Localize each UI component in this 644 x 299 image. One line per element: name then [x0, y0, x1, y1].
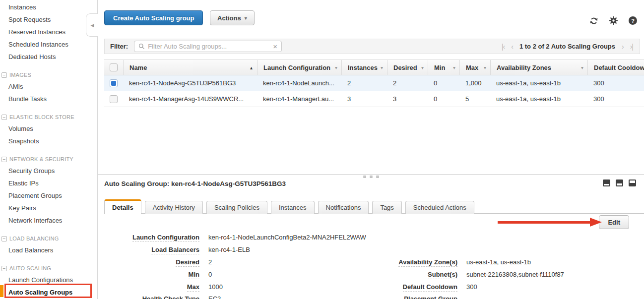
column-menu-icon[interactable]: [421, 65, 424, 70]
field-value: ken-rc4-1-ELB: [208, 246, 250, 253]
sidebar-item-key-pairs[interactable]: Key Pairs: [0, 202, 97, 214]
tab-tags[interactable]: Tags: [372, 201, 401, 214]
field-placement-group: Placement Group: [358, 295, 466, 299]
sidebar-item-snapshots[interactable]: Snapshots: [0, 135, 97, 147]
sidebar-item-spot-requests[interactable]: Spot Requests: [0, 13, 97, 26]
filter-label: Filter:: [110, 43, 128, 50]
sidebar-item-elastic-ips[interactable]: Elastic IPs: [0, 177, 97, 189]
cell-instances: 3: [341, 95, 387, 103]
column-label: Name: [129, 64, 147, 71]
sidebar-item-network-interfaces[interactable]: Network Interfaces: [0, 214, 97, 227]
previous-page-button[interactable]: [511, 43, 513, 51]
field-health-check-type: Health Check Type EC2: [104, 295, 221, 299]
column-header-availability-zones[interactable]: Availability Zones: [490, 60, 587, 75]
select-all-checkbox-cell: [104, 60, 123, 75]
sidebar-item-placement-groups[interactable]: Placement Groups: [0, 189, 97, 202]
table-header-row: Name Launch Configuration Instances Desi…: [104, 60, 644, 75]
pane-layout-full-icon[interactable]: [629, 179, 636, 186]
sidebar-section-network-security[interactable]: NETWORK & SECURITY: [0, 154, 97, 165]
field-value: ken-rc4-1-NodeLaunchConfigBeta2-MNA2HFEL…: [208, 234, 366, 241]
tab-notifications[interactable]: Notifications: [318, 201, 369, 214]
column-header-max[interactable]: Max: [459, 60, 490, 75]
sidebar-item-dedicated-hosts[interactable]: Dedicated Hosts: [0, 51, 97, 63]
tab-scaling-policies[interactable]: Scaling Policies: [206, 201, 267, 214]
column-label: Default Cooldown: [594, 64, 644, 71]
sidebar-item-security-groups[interactable]: Security Groups: [0, 165, 97, 177]
refresh-icon[interactable]: [589, 16, 598, 25]
pane-layout-half-icon[interactable]: [616, 179, 623, 186]
cell-availability-zones: us-east-1a, us-east-1b: [490, 79, 587, 87]
row-checkbox-unchecked[interactable]: [110, 95, 118, 103]
sidebar-section-load-balancing[interactable]: LOAD BALANCING: [0, 233, 97, 244]
sidebar-item-bundle-tasks[interactable]: Bundle Tasks: [0, 93, 97, 105]
panel-split-divider: [98, 174, 644, 175]
column-menu-icon[interactable]: [335, 65, 337, 70]
column-header-default-cooldown[interactable]: Default Cooldown: [587, 60, 644, 75]
cell-availability-zones: us-east-1a, us-east-1b: [490, 95, 587, 103]
sidebar-item-scheduled-instances[interactable]: Scheduled Instances: [0, 38, 97, 51]
clear-filter-icon[interactable]: [273, 43, 277, 50]
actions-dropdown-button[interactable]: Actions: [210, 10, 255, 25]
tab-instances[interactable]: Instances: [271, 201, 315, 214]
sidebar-section-auto-scaling[interactable]: AUTO SCALING: [0, 263, 97, 274]
cell-min: 0: [428, 79, 459, 87]
sidebar-collapse-handle[interactable]: [86, 13, 98, 37]
first-page-button[interactable]: [502, 43, 505, 51]
column-menu-icon[interactable]: [381, 65, 383, 70]
sidebar-section-elastic-block-store[interactable]: ELASTIC BLOCK STORE: [0, 112, 97, 122]
column-header-name[interactable]: Name: [123, 60, 257, 75]
last-page-button[interactable]: [630, 43, 633, 51]
column-menu-icon[interactable]: [453, 65, 455, 70]
tab-details[interactable]: Details: [104, 199, 141, 214]
table-row-node-asg[interactable]: ken-rc4-1-NodeAsg-G5TU3P561BG3 ken-rc4-1…: [104, 75, 644, 91]
filter-search-input[interactable]: [148, 43, 270, 50]
tab-activity-history[interactable]: Activity History: [145, 201, 203, 214]
column-label: Launch Configuration: [263, 64, 330, 71]
pane-layout-icons: [603, 179, 636, 186]
select-all-checkbox[interactable]: [110, 63, 118, 71]
field-availability-zones: Availability Zone(s) us-east-1a, us-east…: [358, 258, 531, 267]
sidebar-nav: Instances Spot Requests Reserved Instanc…: [0, 0, 98, 299]
help-icon[interactable]: [629, 16, 637, 25]
column-header-launch-configuration[interactable]: Launch Configuration: [257, 60, 341, 75]
field-label: Launch Configuration: [104, 234, 199, 241]
sidebar-item-launch-configurations[interactable]: Launch Configurations: [0, 274, 97, 286]
create-auto-scaling-group-button[interactable]: Create Auto Scaling group: [104, 10, 203, 25]
chevron-down-icon: [245, 15, 247, 21]
field-load-balancers: Load Balancers ken-rc4-1-ELB: [104, 246, 250, 255]
sidebar-item-load-balancers[interactable]: Load Balancers: [0, 244, 97, 256]
detail-tabs: Details Activity History Scaling Policie…: [104, 199, 474, 214]
column-menu-icon[interactable]: [484, 65, 486, 70]
row-checkbox-checked[interactable]: [110, 79, 118, 87]
cell-launch-configuration: ken-rc4-1-NodeLaunch...: [257, 79, 341, 87]
field-label: Subnet(s): [358, 271, 457, 278]
sidebar-section-images[interactable]: IMAGES: [0, 69, 97, 80]
ec2-console: Instances Spot Requests Reserved Instanc…: [0, 0, 644, 299]
field-label: Load Balancers: [104, 246, 199, 253]
sidebar-item-volumes[interactable]: Volumes: [0, 122, 97, 135]
panel-resize-handle[interactable]: [364, 176, 379, 178]
gear-icon[interactable]: [609, 16, 618, 25]
collapse-minus-icon: [1, 266, 7, 271]
cell-instances: 2: [341, 79, 387, 87]
tab-scheduled-actions[interactable]: Scheduled Actions: [405, 201, 474, 214]
next-page-button[interactable]: [622, 43, 624, 51]
table-row-manager-asg[interactable]: ken-rc4-1-ManagerAsg-14US9WWCR... ken-rc…: [104, 91, 644, 107]
cell-max: 1,000: [459, 79, 490, 87]
cell-min: 0: [428, 95, 459, 103]
column-header-instances[interactable]: Instances: [341, 60, 387, 75]
cell-default-cooldown: 300: [587, 79, 644, 87]
pane-layout-small-icon[interactable]: [603, 179, 610, 186]
edit-button[interactable]: Edit: [599, 215, 629, 229]
column-menu-icon[interactable]: [581, 65, 583, 70]
sidebar-item-amis[interactable]: AMIs: [0, 80, 97, 93]
search-icon: [138, 43, 145, 50]
search-box[interactable]: [134, 41, 282, 52]
collapse-minus-icon: [1, 115, 7, 120]
column-header-desired[interactable]: Desired: [387, 60, 428, 75]
sidebar-item-instances[interactable]: Instances: [0, 1, 97, 13]
column-header-min[interactable]: Min: [428, 60, 459, 75]
sidebar-section-label: LOAD BALANCING: [9, 236, 59, 241]
sidebar-item-reserved-instances[interactable]: Reserved Instances: [0, 26, 97, 38]
sidebar-item-auto-scaling-groups[interactable]: Auto Scaling Groups: [0, 286, 97, 299]
